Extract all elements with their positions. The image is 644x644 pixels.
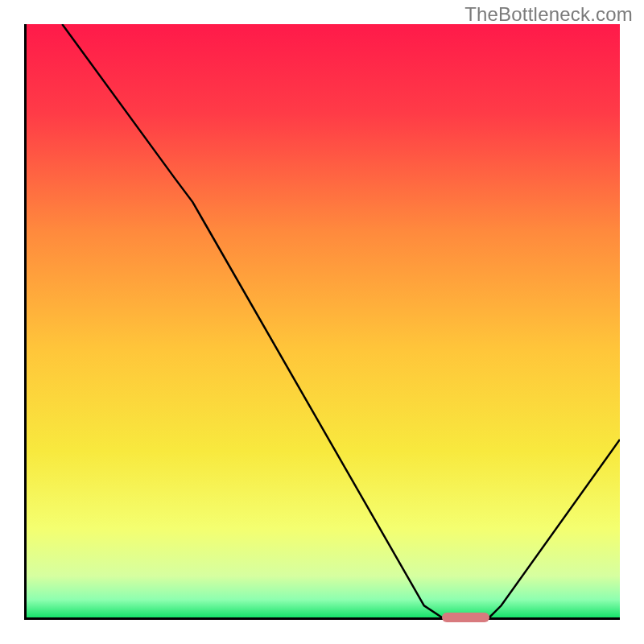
watermark-text: TheBottleneck.com — [464, 3, 633, 26]
bottleneck-curve — [27, 24, 620, 617]
optimal-marker — [442, 613, 489, 622]
plot-area — [24, 24, 620, 620]
chart-wrap: TheBottleneck.com — [0, 0, 644, 644]
